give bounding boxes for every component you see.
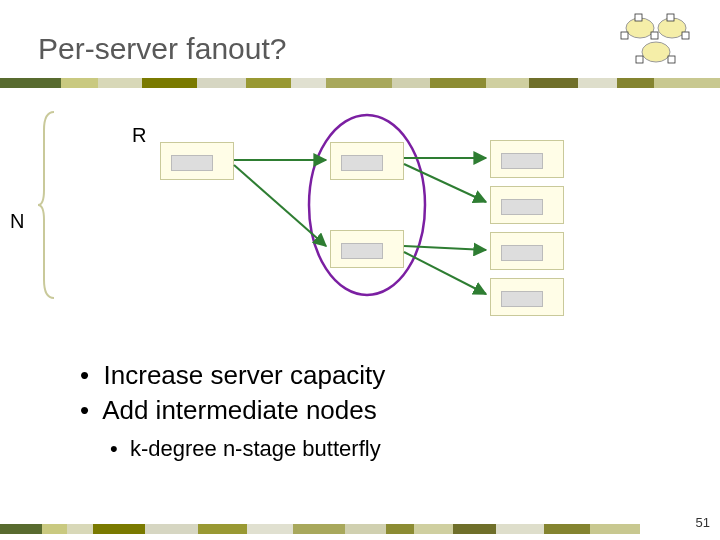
bullet-list: • Increase server capacity • Add interme… (80, 360, 385, 462)
svg-rect-7 (682, 32, 689, 39)
color-stripe-top (0, 78, 720, 88)
sub-bullet-1-text: k-degree n-stage butterfly (130, 436, 381, 461)
fanout-diagram: N R (20, 110, 580, 320)
svg-point-2 (642, 42, 670, 62)
highlight-ellipse (309, 115, 425, 295)
bullet-2: • Add intermediate nodes (80, 395, 385, 426)
svg-line-15 (404, 252, 486, 294)
color-stripe-bottom (0, 524, 640, 534)
fanout-arrows (20, 110, 580, 320)
svg-rect-9 (668, 56, 675, 63)
svg-rect-4 (667, 14, 674, 21)
slide-title: Per-server fanout? (38, 32, 286, 66)
svg-rect-5 (621, 32, 628, 39)
svg-rect-8 (636, 56, 643, 63)
page-number: 51 (696, 515, 710, 530)
svg-line-13 (404, 164, 486, 202)
bullet-2-text: Add intermediate nodes (102, 395, 377, 425)
network-logo-icon (612, 8, 702, 70)
svg-rect-3 (635, 14, 642, 21)
bullet-1: • Increase server capacity (80, 360, 385, 391)
sub-bullet-1: • k-degree n-stage butterfly (110, 436, 385, 462)
svg-rect-6 (651, 32, 658, 39)
bullet-1-text: Increase server capacity (104, 360, 386, 390)
